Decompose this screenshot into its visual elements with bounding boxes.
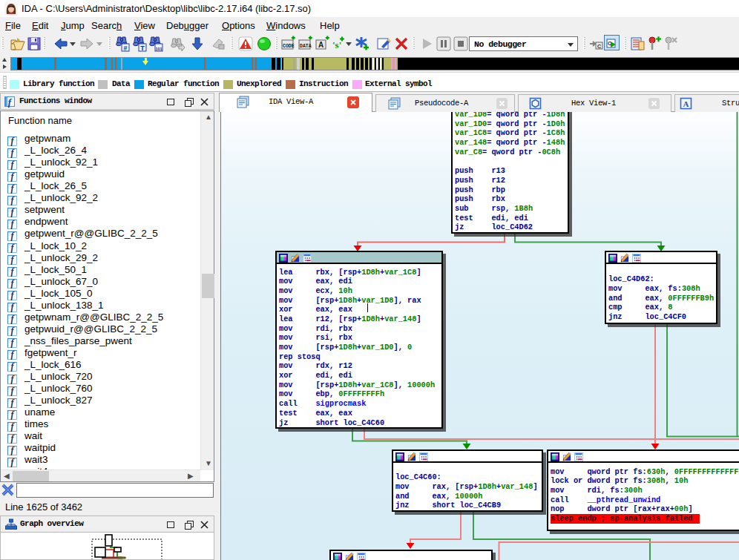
svg-text:A: A <box>683 99 689 108</box>
svg-text:A: A <box>318 41 323 49</box>
svg-text:101: 101 <box>155 47 162 51</box>
svg-text:C: C <box>597 44 601 49</box>
svg-text:#: # <box>123 45 127 52</box>
svg-text:C: C <box>608 41 611 46</box>
svg-text:DATA: DATA <box>300 44 312 49</box>
svg-text:T: T <box>140 45 145 52</box>
svg-text:CODE: CODE <box>283 44 295 49</box>
svg-text:'s': 's' <box>332 39 341 50</box>
